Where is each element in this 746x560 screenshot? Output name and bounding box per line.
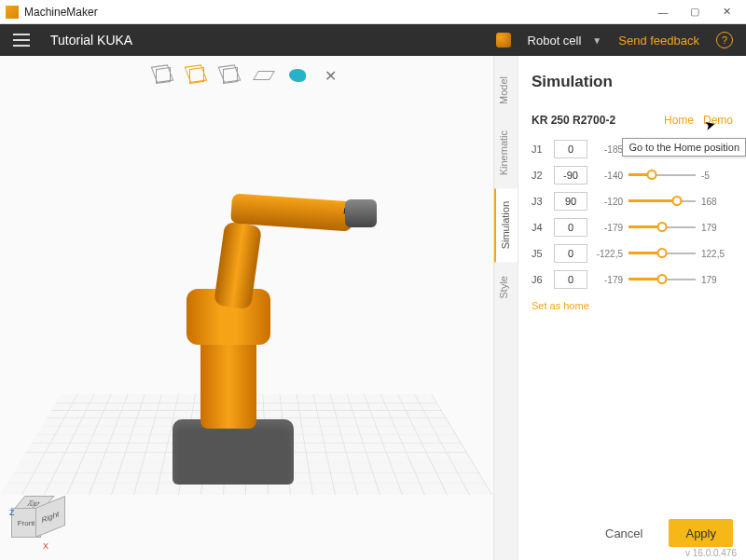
joint-label: J2: [532, 170, 548, 181]
chevron-down-icon[interactable]: ▼: [592, 35, 601, 46]
joint-row-j3: J3-120168: [532, 192, 733, 211]
set-as-home-link[interactable]: Set as home: [532, 300, 733, 311]
joint-min-label: -179: [593, 223, 623, 233]
view-ground-button[interactable]: [254, 65, 274, 86]
app-logo-icon: [6, 6, 19, 19]
robot-model[interactable]: KUKA: [135, 205, 350, 485]
joint-min-label: -179: [593, 275, 623, 285]
tab-model[interactable]: Model: [494, 63, 518, 117]
joint-slider[interactable]: [629, 271, 696, 288]
joint-slider[interactable]: [629, 193, 696, 210]
joint-label: J4: [532, 222, 548, 233]
joint-value-input[interactable]: [554, 192, 587, 211]
joint-label: J1: [532, 143, 548, 155]
joint-min-label: -140: [593, 171, 623, 181]
help-button[interactable]: ?: [716, 32, 733, 48]
axis-x-label: X: [43, 541, 48, 551]
view-fit-button[interactable]: ✕: [321, 65, 341, 86]
view-shaded-button[interactable]: [186, 65, 207, 86]
tab-simulation[interactable]: Simulation: [494, 188, 518, 262]
tab-kinematic[interactable]: Kinematic: [494, 117, 518, 188]
viewport-3d[interactable]: ✕ KUKA Top Front Right Z X: [0, 56, 493, 560]
joint-row-j6: J6-179179: [532, 270, 733, 289]
joint-min-label: -122,5: [593, 249, 623, 259]
robot-cell-icon: [496, 33, 511, 48]
joint-slider[interactable]: [629, 245, 696, 262]
joint-slider[interactable]: [629, 219, 696, 236]
view-solid-button[interactable]: [220, 65, 241, 86]
joint-max-label: 179: [701, 223, 733, 233]
window-maximize-button[interactable]: ▢: [679, 0, 711, 24]
panel-title: Simulation: [532, 73, 733, 91]
view-toolbar: ✕: [153, 65, 341, 86]
window-minimize-button[interactable]: —: [647, 0, 679, 24]
cancel-button[interactable]: Cancel: [588, 519, 659, 547]
joint-value-input[interactable]: [554, 218, 587, 237]
axis-z-label: Z: [9, 508, 15, 517]
joint-value-input[interactable]: [554, 270, 587, 289]
simulation-panel: Simulation KR 250 R2700-2 Home Demo ➤ Go…: [518, 56, 746, 560]
home-tooltip: Go to the Home position: [622, 138, 746, 157]
joint-max-label: 179: [701, 275, 733, 285]
window-close-button[interactable]: ✕: [711, 0, 742, 24]
joint-value-input[interactable]: [554, 166, 587, 184]
joint-row-j2: J2-140-5: [532, 166, 733, 184]
joint-label: J5: [532, 248, 548, 259]
joint-max-label: 122,5: [701, 249, 733, 259]
joint-min-label: -185: [593, 144, 623, 155]
joint-max-label: 168: [701, 197, 733, 207]
joint-row-j4: J4-179179: [532, 218, 733, 237]
titlebar: MachineMaker — ▢ ✕: [0, 0, 746, 24]
joint-max-label: -5: [701, 171, 733, 181]
tab-style[interactable]: Style: [494, 263, 518, 311]
view-render-button[interactable]: [287, 65, 308, 86]
side-tabstrip: Model Kinematic Simulation Style: [493, 56, 518, 560]
joint-row-j5: J5-122,5122,5: [532, 244, 733, 263]
joint-label: J6: [532, 274, 548, 285]
joint-label: J3: [532, 196, 548, 207]
joint-value-input[interactable]: [554, 140, 587, 158]
robot-name-label: KR 250 R2700-2: [532, 114, 655, 127]
robot-cell-dropdown[interactable]: Robot cell: [528, 34, 582, 48]
apply-button[interactable]: Apply: [669, 519, 733, 547]
view-wireframe-button[interactable]: [153, 65, 173, 86]
menu-icon[interactable]: [13, 34, 30, 47]
joint-slider[interactable]: [629, 167, 696, 184]
version-label: v 16.0.0.476: [685, 548, 737, 558]
app-title: MachineMaker: [24, 6, 647, 19]
joint-min-label: -120: [593, 197, 623, 207]
nav-cube[interactable]: Top Front Right: [7, 495, 54, 541]
menubar: Tutorial KUKA Robot cell ▼ Send feedback…: [0, 24, 746, 56]
send-feedback-link[interactable]: Send feedback: [618, 34, 699, 48]
document-title: Tutorial KUKA: [50, 33, 496, 48]
home-link[interactable]: Home: [664, 114, 694, 127]
joint-value-input[interactable]: [554, 244, 587, 263]
